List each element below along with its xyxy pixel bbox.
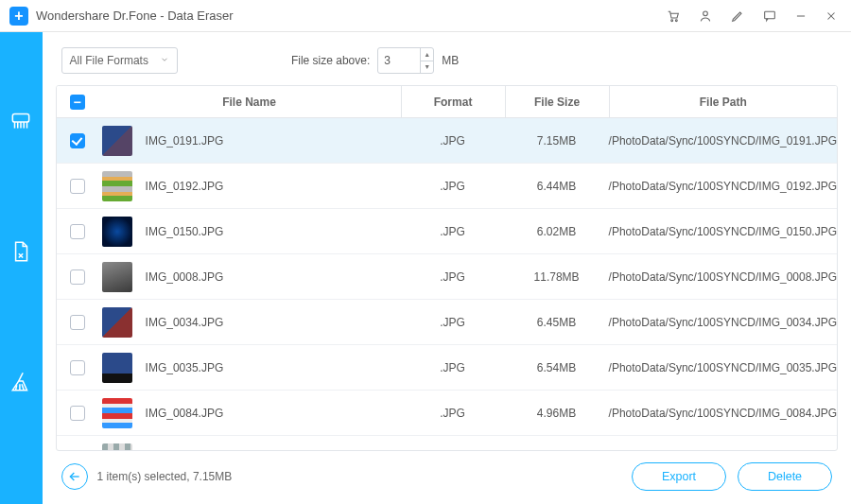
file-format: .JPG (401, 316, 505, 329)
svg-line-16 (22, 384, 24, 391)
thumbnail-icon (102, 126, 132, 156)
titlebar: + Wondershare Dr.Fone - Data Eraser (0, 0, 851, 32)
svg-line-13 (19, 373, 23, 381)
header-format[interactable]: Format (401, 86, 505, 117)
table-row[interactable]: IMG_0191.JPG.JPG7.15MB/PhotoData/Sync/10… (57, 118, 837, 164)
thumbnail-icon (102, 398, 132, 428)
size-filter-value: 3 (378, 54, 420, 67)
file-name: IMG_0008.JPG (146, 270, 224, 284)
app-title: Wondershare Dr.Fone - Data Eraser (36, 9, 234, 23)
file-path: /PhotoData/Sync/100SYNCD/IMG_0192.JPG (609, 180, 837, 193)
table-header: − File Name Format File Size File Path (57, 86, 837, 118)
table-row[interactable]: IMG_0241.JPG.JPG4.69MB/PhotoData/Sync/10… (57, 436, 837, 450)
thumbnail-icon (102, 171, 132, 201)
file-format: .JPG (401, 270, 505, 284)
selection-status: 1 item(s) selected, 7.15MB (97, 470, 233, 483)
sidebar (0, 32, 43, 504)
file-path: /PhotoData/Sync/100SYNCD/IMG_0035.JPG (609, 361, 837, 374)
master-checkbox[interactable]: − (70, 95, 85, 110)
chevron-down-icon (160, 54, 169, 67)
svg-point-0 (671, 19, 673, 21)
header-path[interactable]: File Path (609, 86, 837, 117)
file-size: 6.44MB (505, 180, 609, 193)
broom-icon[interactable] (8, 369, 34, 395)
thumbnail-icon (102, 353, 132, 383)
file-size: 7.15MB (505, 134, 609, 148)
back-button[interactable] (61, 463, 88, 490)
file-format: .JPG (401, 361, 505, 374)
footer: 1 item(s) selected, 7.15MB Export Delete (56, 451, 838, 495)
file-name: IMG_0192.JPG (146, 180, 224, 193)
file-size: 4.96MB (505, 407, 609, 420)
file-name: IMG_0150.JPG (146, 225, 224, 238)
table-row[interactable]: IMG_0035.JPG.JPG6.54MB/PhotoData/Sync/10… (57, 345, 837, 391)
row-checkbox[interactable] (70, 269, 85, 285)
header-size[interactable]: File Size (505, 86, 609, 117)
file-path: /PhotoData/Sync/100SYNCD/IMG_0150.JPG (609, 225, 837, 238)
delete-button[interactable]: Delete (738, 462, 832, 491)
file-size: 6.02MB (505, 225, 609, 238)
window-controls (666, 9, 838, 24)
file-name: IMG_0034.JPG (146, 316, 224, 329)
size-filter-unit: MB (442, 54, 459, 67)
size-filter-label: File size above: (291, 54, 370, 67)
file-table: − File Name Format File Size File Path I… (56, 85, 838, 451)
table-row[interactable]: IMG_0084.JPG.JPG4.96MB/PhotoData/Sync/10… (57, 391, 837, 436)
toolbar: All File Formats File size above: 3 ▲ ▼ … (56, 45, 838, 85)
row-checkbox[interactable] (70, 406, 85, 421)
file-path: /PhotoData/Sync/100SYNCD/IMG_0034.JPG (609, 316, 837, 329)
stepper-down-icon[interactable]: ▼ (421, 61, 433, 74)
file-size: 6.45MB (505, 316, 609, 329)
table-row[interactable]: IMG_0150.JPG.JPG6.02MB/PhotoData/Sync/10… (57, 209, 837, 254)
row-checkbox[interactable] (70, 360, 85, 375)
thumbnail-icon (102, 307, 132, 338)
row-checkbox[interactable] (70, 315, 85, 330)
user-icon[interactable] (698, 9, 713, 24)
file-size: 6.54MB (505, 361, 609, 374)
edit-icon[interactable] (730, 9, 745, 24)
shredder-icon[interactable] (8, 108, 34, 134)
table-body[interactable]: IMG_0191.JPG.JPG7.15MB/PhotoData/Sync/10… (57, 118, 837, 450)
minimize-icon[interactable] (794, 9, 808, 23)
table-row[interactable]: IMG_0034.JPG.JPG6.45MB/PhotoData/Sync/10… (57, 300, 837, 345)
table-row[interactable]: IMG_0192.JPG.JPG6.44MB/PhotoData/Sync/10… (57, 164, 837, 209)
row-checkbox[interactable] (70, 133, 85, 148)
file-format: .JPG (401, 225, 505, 238)
svg-point-2 (703, 11, 708, 16)
thumbnail-icon (102, 443, 132, 451)
close-icon[interactable] (825, 9, 838, 23)
svg-rect-3 (765, 11, 775, 18)
row-checkbox[interactable] (70, 224, 85, 239)
svg-rect-7 (13, 113, 29, 122)
size-filter-input[interactable]: 3 ▲ ▼ (377, 47, 434, 74)
feedback-icon[interactable] (762, 9, 777, 24)
file-format: .JPG (401, 134, 505, 148)
thumbnail-icon (102, 217, 132, 247)
file-format: .JPG (401, 407, 505, 420)
file-name: IMG_0035.JPG (146, 361, 224, 374)
file-path: /PhotoData/Sync/100SYNCD/IMG_0191.JPG (609, 134, 837, 148)
svg-point-1 (675, 19, 677, 21)
file-format: .JPG (401, 180, 505, 193)
format-dropdown[interactable]: All File Formats (61, 47, 178, 74)
document-scan-icon[interactable] (8, 238, 34, 265)
svg-line-14 (16, 385, 17, 390)
file-name: IMG_0084.JPG (146, 407, 224, 420)
file-path: /PhotoData/Sync/100SYNCD/IMG_0008.JPG (609, 270, 837, 284)
cart-icon[interactable] (666, 9, 681, 24)
file-path: /PhotoData/Sync/100SYNCD/IMG_0084.JPG (609, 407, 837, 420)
file-name: IMG_0191.JPG (146, 134, 224, 148)
header-name[interactable]: File Name (98, 96, 401, 109)
format-dropdown-label: All File Formats (70, 54, 148, 67)
file-size: 11.78MB (505, 270, 609, 284)
stepper-up-icon[interactable]: ▲ (421, 48, 433, 61)
size-filter: File size above: 3 ▲ ▼ MB (291, 47, 459, 74)
thumbnail-icon (102, 262, 132, 292)
row-checkbox[interactable] (70, 179, 85, 194)
app-logo-icon: + (9, 7, 28, 26)
export-button[interactable]: Export (632, 462, 726, 491)
table-row[interactable]: IMG_0008.JPG.JPG11.78MB/PhotoData/Sync/1… (57, 254, 837, 300)
